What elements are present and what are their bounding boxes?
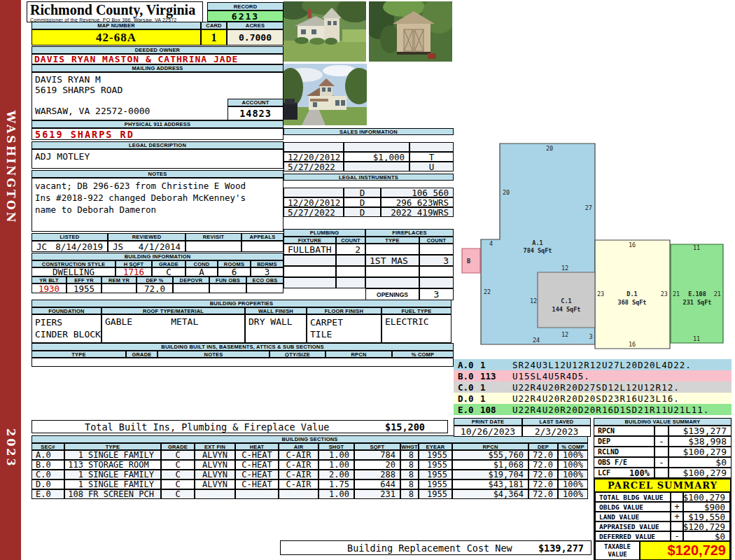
- sketch-code-cell: 1: [480, 382, 512, 393]
- column-header: TYPE: [31, 351, 126, 358]
- cell: [365, 277, 419, 288]
- cell: C-HEAT: [235, 460, 279, 470]
- column-header: ROOF TYPE/MATERIAL: [102, 307, 245, 314]
- mailing-address-line: DAVIS RYAN M: [32, 74, 283, 85]
- legal-instruments-label: LEGAL INSTRUMENTS: [284, 174, 454, 181]
- cell: 3: [419, 255, 454, 266]
- sketch-label: 11: [693, 244, 700, 251]
- sketch-code-cell: 1: [480, 360, 512, 370]
- cell: 1.75: [318, 479, 354, 489]
- sketch-code-cell: C.0: [454, 382, 480, 393]
- column-header: SQFT: [354, 443, 400, 450]
- building-section-row: D.01SINGLE FAMILYCALVYNC-HEATC-AIR1.7564…: [31, 479, 588, 489]
- cell: $19,550: [683, 512, 730, 522]
- column-header: EFF YR: [66, 276, 102, 284]
- cell: [173, 284, 209, 293]
- record-label: RECORD: [207, 2, 284, 10]
- cell: [209, 284, 246, 293]
- column-header: EYEAR: [419, 443, 452, 450]
- building-value-row: LCF100%$100,279: [594, 468, 732, 478]
- cell: $4,364: [452, 489, 528, 499]
- cell: -: [654, 436, 668, 447]
- sketch-label: E.108: [688, 290, 706, 298]
- cell: 784: [354, 450, 400, 460]
- cell: D: [344, 197, 381, 207]
- column-header: H SQFT: [115, 260, 152, 267]
- account-value: 14823: [227, 106, 284, 120]
- cell: 100%: [558, 470, 588, 479]
- cell: 72.0: [528, 470, 558, 479]
- reviewed-label: REVIEWED: [108, 233, 186, 241]
- sketch-code-row: B.0113U15SL4U5R4D5.: [454, 370, 732, 382]
- column-header: GRADE: [126, 351, 158, 358]
- district-label: WASHINGTON: [4, 111, 18, 224]
- cell: T: [410, 152, 454, 162]
- photo-house-side: [284, 64, 367, 125]
- record-value: 6213: [207, 10, 284, 22]
- column-header: TYPE: [64, 443, 161, 450]
- cell: 72.0: [136, 284, 173, 293]
- cell: LAND VALUE: [595, 512, 671, 522]
- sketch-code-cell: 113: [480, 371, 512, 382]
- cell: [284, 142, 344, 152]
- parcel-summary-row: DEFERRED VALUE-$0: [595, 531, 730, 541]
- cell: C.0: [31, 470, 64, 479]
- cell: 8: [400, 470, 419, 479]
- column-header: WALL FINISH: [245, 307, 307, 314]
- cell: $38,998: [668, 436, 732, 447]
- sketch-code-cell: SR24U3L12U12R12U27L20D20L4D22.: [512, 360, 692, 370]
- cell: [419, 277, 454, 288]
- cell: [102, 284, 136, 293]
- building-info-headers-1: CONSTRUCTION STYLEH SQFTGRADECONDROOMSBD…: [31, 260, 284, 267]
- sketch-code-cell: 108: [480, 405, 512, 415]
- cell: +: [671, 502, 683, 512]
- column-header: DEP %: [136, 276, 173, 284]
- column-header: BDRMS: [251, 260, 284, 267]
- cell: 72.0: [528, 489, 558, 499]
- sketch-label: A.1: [532, 239, 542, 246]
- cell: ALVYN: [195, 460, 235, 470]
- cell: 296 623WRS: [381, 197, 454, 207]
- sketch-label: 4: [489, 240, 493, 247]
- photo-shed: [369, 1, 452, 62]
- column-header: AIR: [279, 443, 318, 450]
- last-saved-value: 2/3/2023: [522, 426, 591, 437]
- print-info-values: 10/26/2023 2/3/2023: [454, 426, 591, 437]
- cell: [235, 489, 279, 499]
- cell: $100,279: [668, 447, 732, 457]
- building-value-row: DEP-$38,998: [594, 436, 732, 447]
- sketch-label: 16: [629, 241, 636, 248]
- building-properties-headers: FOUNDATIONROOF TYPE/MATERIALWALL FINISHF…: [31, 307, 451, 314]
- built-ins-headers: TYPEGRADENOTESQTY/SIZERPCN% COMP: [31, 351, 454, 358]
- record-box: RECORD 6213: [207, 2, 284, 22]
- cell: 72.0: [528, 479, 558, 489]
- cell: 100%: [558, 489, 588, 499]
- cell: [365, 244, 419, 255]
- cell: [671, 492, 683, 502]
- appeals-label: APPEALS: [241, 233, 284, 241]
- sketch-label: 21: [673, 290, 680, 298]
- cell: 100%: [558, 460, 588, 470]
- notes-block: vacant; DB 296-623 from Christine E Wood…: [31, 178, 284, 232]
- cell: $139,277: [668, 426, 732, 436]
- cell: 8: [400, 460, 419, 470]
- cell: C-AIR: [279, 470, 318, 479]
- column-header: QTY/SIZE: [270, 351, 326, 358]
- cell: APPRAISED VALUE: [595, 522, 671, 531]
- cell: $19,704: [452, 470, 528, 479]
- sketch-code-cell: E.0: [454, 405, 480, 415]
- appeals-value: [241, 241, 284, 252]
- cell: -: [671, 531, 683, 541]
- plumbing-fireplace-row: [284, 277, 454, 288]
- cell: 1955: [66, 284, 102, 293]
- column-header: HEAT: [235, 443, 279, 450]
- cell: $0: [668, 457, 732, 468]
- parcel-summary-row: OBLDG VALUE+$900: [595, 502, 730, 512]
- built-ins-label: BUILDING BUILT INS, BASEMENTS, ATTICS & …: [31, 343, 454, 351]
- cell: 1.00: [318, 460, 354, 470]
- sketch-code-cell: 1: [480, 393, 512, 404]
- cell: D: [344, 188, 381, 197]
- sales-row: 5/27/2022U: [284, 162, 454, 172]
- cell: RCLND: [594, 447, 654, 457]
- replacement-cost-label: Building Replacement Cost New: [347, 542, 512, 554]
